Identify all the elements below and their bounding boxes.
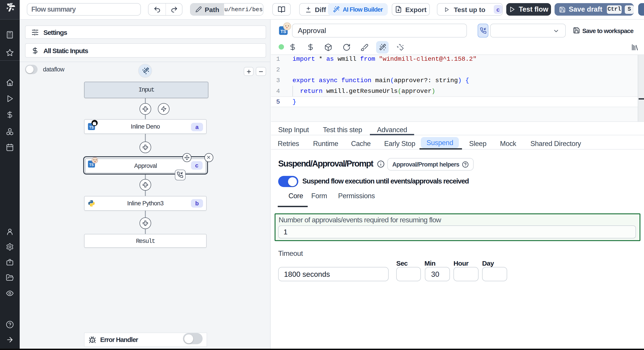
- svg-text:TS: TS: [89, 163, 94, 167]
- svg-text:TS: TS: [280, 29, 286, 34]
